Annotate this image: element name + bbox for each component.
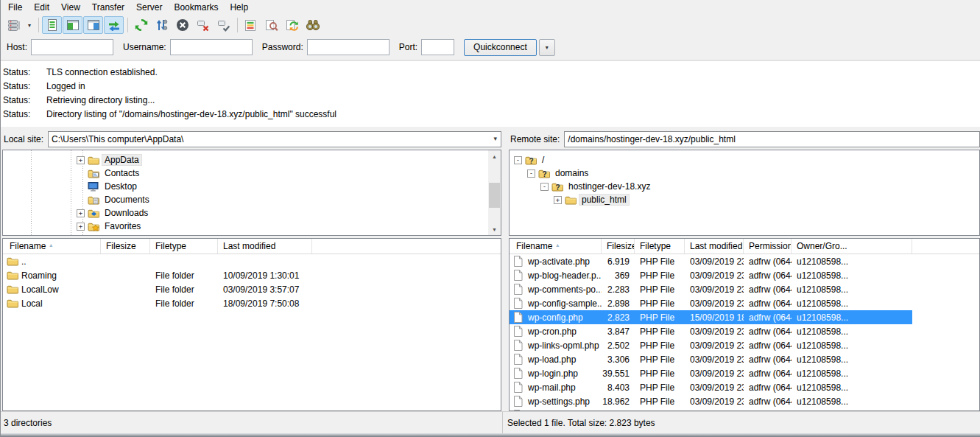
file-owner-cell: u12108598... xyxy=(792,326,912,337)
file-row[interactable] xyxy=(510,408,912,410)
quickconnect-dropdown-button[interactable]: ▾ xyxy=(539,39,555,56)
scroll-down-button[interactable]: ▼ xyxy=(488,223,501,235)
chevron-down-icon: ▾ xyxy=(28,22,31,29)
folder-question-icon: ? xyxy=(538,169,551,178)
file-row[interactable]: wp-links-opml.php2.502PHP File03/09/2019… xyxy=(510,338,912,352)
remote-status-text: Selected 1 file. Total size: 2.823 bytes xyxy=(503,412,980,433)
file-name: LocalLow xyxy=(21,284,59,295)
disconnect-button[interactable] xyxy=(193,16,213,34)
username-input[interactable] xyxy=(170,39,253,55)
file-modified-cell: 10/09/2019 1:30:01 xyxy=(218,270,312,281)
menu-file[interactable]: File xyxy=(2,0,28,15)
column-header[interactable]: Filetype xyxy=(635,239,685,254)
file-row[interactable]: wp-blog-header.p...369PHP File03/09/2019… xyxy=(510,268,912,282)
cancel-button[interactable] xyxy=(172,16,192,34)
vertical-scrollbar[interactable]: ▲ ▼ xyxy=(488,150,501,235)
toggle-message-log-button[interactable] xyxy=(42,16,62,34)
toggle-transfer-queue-button[interactable] xyxy=(104,16,124,34)
column-header[interactable]: Filename▴ xyxy=(3,239,101,254)
find-files-button[interactable] xyxy=(303,16,322,34)
tree-expander-minus-icon[interactable]: - xyxy=(540,183,549,191)
tree-item[interactable]: +Downloads xyxy=(3,206,501,220)
file-row[interactable]: wp-load.php3.306PHP File03/09/2019 23:..… xyxy=(510,352,912,366)
column-header[interactable]: Filesize xyxy=(602,239,635,254)
file-row[interactable]: wp-mail.php8.403PHP File03/09/2019 23:..… xyxy=(510,380,912,394)
tree-expander-plus-icon[interactable]: + xyxy=(77,223,85,231)
file-type-cell: PHP File xyxy=(635,396,685,407)
column-header[interactable]: Owner/Gro... xyxy=(792,239,912,254)
tree-item[interactable]: Contacts xyxy=(3,167,501,180)
file-permissions-cell: adfrw (0644) xyxy=(744,256,792,267)
column-header[interactable]: Filename▴ xyxy=(510,239,602,254)
menu-server[interactable]: Server xyxy=(130,0,168,15)
file-row[interactable]: RoamingFile folder10/09/2019 1:30:01 xyxy=(3,268,312,282)
menu-help[interactable]: Help xyxy=(224,0,254,15)
tree-item[interactable]: +AppData xyxy=(3,153,501,167)
file-row[interactable]: LocalLowFile folder03/09/2019 3:57:07 xyxy=(3,282,312,296)
password-input[interactable] xyxy=(307,39,389,55)
file-row[interactable]: wp-config-sample...2.898PHP File03/09/20… xyxy=(510,296,912,310)
column-header-label: Filesize xyxy=(106,241,136,251)
tree-item[interactable]: -?hostinger-dev-18.xyz xyxy=(510,180,979,193)
tree-expander-plus-icon[interactable]: + xyxy=(554,196,562,204)
column-header[interactable]: Last modified xyxy=(685,239,744,254)
file-row[interactable]: wp-activate.php6.919PHP File03/09/2019 2… xyxy=(510,254,912,268)
toggle-remote-tree-button[interactable] xyxy=(83,16,103,34)
reconnect-button[interactable] xyxy=(214,16,233,34)
remote-file-list-body[interactable]: wp-activate.php6.919PHP File03/09/2019 2… xyxy=(510,254,979,410)
menu-transfer[interactable]: Transfer xyxy=(86,0,130,15)
menu-view[interactable]: View xyxy=(55,0,86,15)
directory-comparison-button[interactable] xyxy=(282,16,302,34)
file-row[interactable]: .. xyxy=(3,254,312,268)
column-header-label: Filetype xyxy=(640,241,671,251)
menu-bookmarks[interactable]: Bookmarks xyxy=(168,0,224,15)
file-row[interactable]: wp-comments-po...2.283PHP File03/09/2019… xyxy=(510,282,912,296)
file-row[interactable]: wp-login.php39.551PHP File03/09/2019 23:… xyxy=(510,366,912,380)
tree-item[interactable]: Documents xyxy=(3,193,501,206)
file-search-button[interactable] xyxy=(261,16,281,34)
file-name-cell: wp-comments-po... xyxy=(510,284,602,295)
refresh-button[interactable] xyxy=(131,16,151,34)
file-row[interactable]: LocalFile folder18/09/2019 7:50:08 xyxy=(3,296,312,310)
tree-item[interactable]: -?domains xyxy=(510,167,979,180)
process-queue-button[interactable] xyxy=(152,16,172,34)
remote-site-path-combobox[interactable]: /domains/hostinger-dev-18.xyz/public_htm… xyxy=(564,131,980,147)
tree-expander-plus-icon[interactable]: + xyxy=(77,156,85,164)
quickconnect-button[interactable]: Quickconnect xyxy=(464,39,537,56)
tree-expander-minus-icon[interactable]: - xyxy=(514,156,522,164)
file-name: wp-load.php xyxy=(528,354,576,365)
downloads-icon xyxy=(88,209,100,218)
file-name-cell: wp-load.php xyxy=(510,354,602,365)
site-manager-button[interactable] xyxy=(4,16,24,34)
file-name: wp-blog-header.p... xyxy=(528,270,602,281)
tree-item[interactable]: +Favorites xyxy=(3,220,501,233)
tree-item[interactable]: Desktop xyxy=(3,180,501,193)
column-header[interactable]: Filesize xyxy=(101,239,150,254)
file-icon xyxy=(513,354,526,365)
column-header[interactable]: Permissions xyxy=(744,239,792,254)
menu-edit[interactable]: Edit xyxy=(28,0,55,15)
toggle-local-tree-button[interactable] xyxy=(63,16,82,34)
column-header[interactable]: Last modified xyxy=(218,239,312,254)
tree-expander-plus-icon[interactable]: + xyxy=(77,209,85,217)
directory-filter-button[interactable] xyxy=(241,16,261,34)
filezilla-window: FileEditViewTransferServerBookmarksHelp … xyxy=(0,0,980,437)
tree-item[interactable]: +public_html xyxy=(510,193,979,206)
local-site-path-combobox[interactable]: C:\Users\This computer\AppData\ ▾ xyxy=(48,131,501,147)
folder-question-icon: ? xyxy=(525,155,537,165)
tree-expander-minus-icon[interactable]: - xyxy=(527,169,535,178)
local-file-list-body[interactable]: ..RoamingFile folder10/09/2019 1:30:01Lo… xyxy=(3,254,501,410)
tree-item[interactable]: -?/ xyxy=(510,153,979,167)
file-row[interactable]: wp-cron.php3.847PHP File03/09/2019 23:..… xyxy=(510,324,912,338)
port-input[interactable] xyxy=(421,39,454,55)
host-input[interactable] xyxy=(31,39,113,55)
tree-item-label: Downloads xyxy=(102,208,150,218)
scrollbar-thumb[interactable] xyxy=(489,183,500,208)
file-name-cell: wp-config.php xyxy=(510,312,602,323)
column-header[interactable]: Filetype xyxy=(150,239,218,254)
file-row[interactable]: wp-settings.php18.962PHP File03/09/2019 … xyxy=(510,394,912,408)
scroll-up-button[interactable]: ▲ xyxy=(488,150,501,162)
site-manager-dropdown-button[interactable]: ▾ xyxy=(24,16,35,34)
file-name-cell: LocalLow xyxy=(3,284,101,295)
file-row[interactable]: wp-config.php2.823PHP File15/09/2019 18:… xyxy=(510,310,912,324)
